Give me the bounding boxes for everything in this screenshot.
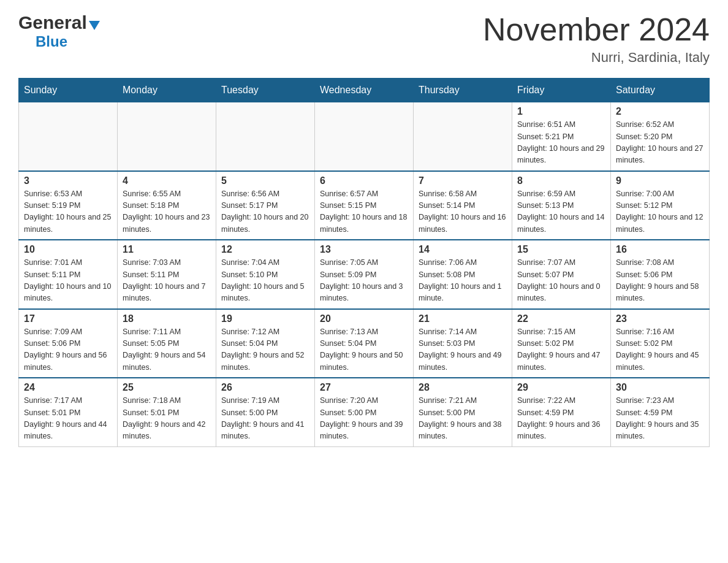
day-number: 17	[24, 313, 112, 324]
logo-row: General	[18, 12, 100, 33]
day-info: Sunrise: 7:11 AMSunset: 5:05 PMDaylight:…	[123, 326, 211, 374]
day-number: 24	[24, 382, 112, 393]
day-info: Sunrise: 7:13 AMSunset: 5:04 PMDaylight:…	[320, 326, 408, 374]
calendar-cell: 7Sunrise: 6:58 AMSunset: 5:14 PMDaylight…	[414, 171, 512, 240]
calendar-cell: 24Sunrise: 7:17 AMSunset: 5:01 PMDayligh…	[19, 378, 118, 446]
day-number: 6	[320, 175, 408, 186]
calendar-cell: 29Sunrise: 7:22 AMSunset: 4:59 PMDayligh…	[512, 378, 611, 446]
day-info: Sunrise: 7:21 AMSunset: 5:00 PMDaylight:…	[419, 395, 507, 443]
title-section: November 2024 Nurri, Sardinia, Italy	[483, 12, 710, 66]
day-number: 28	[419, 382, 507, 393]
day-info: Sunrise: 7:22 AMSunset: 4:59 PMDaylight:…	[517, 395, 605, 443]
day-number: 10	[24, 244, 112, 255]
logo: General Blue	[18, 12, 100, 50]
day-info: Sunrise: 6:53 AMSunset: 5:19 PMDaylight:…	[24, 188, 112, 236]
calendar-cell: 20Sunrise: 7:13 AMSunset: 5:04 PMDayligh…	[315, 309, 414, 378]
day-info: Sunrise: 7:04 AMSunset: 5:10 PMDaylight:…	[221, 257, 309, 305]
day-info: Sunrise: 7:16 AMSunset: 5:02 PMDaylight:…	[616, 326, 704, 374]
calendar-cell: 6Sunrise: 6:57 AMSunset: 5:15 PMDaylight…	[315, 171, 414, 240]
day-number: 14	[419, 244, 507, 255]
day-number: 2	[616, 106, 704, 117]
day-number: 20	[320, 313, 408, 324]
day-info: Sunrise: 7:05 AMSunset: 5:09 PMDaylight:…	[320, 257, 408, 305]
day-number: 30	[616, 382, 704, 393]
day-info: Sunrise: 6:58 AMSunset: 5:14 PMDaylight:…	[419, 188, 507, 236]
page-header: General Blue November 2024 Nurri, Sardin…	[18, 12, 710, 66]
calendar-header-wednesday: Wednesday	[315, 79, 414, 102]
calendar-cell: 23Sunrise: 7:16 AMSunset: 5:02 PMDayligh…	[611, 309, 710, 378]
calendar-cell: 9Sunrise: 7:00 AMSunset: 5:12 PMDaylight…	[611, 171, 710, 240]
day-number: 19	[221, 313, 309, 324]
calendar-header-sunday: Sunday	[19, 79, 118, 102]
calendar-cell: 12Sunrise: 7:04 AMSunset: 5:10 PMDayligh…	[216, 240, 315, 309]
day-number: 27	[320, 382, 408, 393]
calendar-cell: 26Sunrise: 7:19 AMSunset: 5:00 PMDayligh…	[216, 378, 315, 446]
calendar-cell: 2Sunrise: 6:52 AMSunset: 5:20 PMDaylight…	[611, 102, 710, 171]
calendar-cell: 1Sunrise: 6:51 AMSunset: 5:21 PMDaylight…	[512, 102, 611, 171]
calendar-cell: 14Sunrise: 7:06 AMSunset: 5:08 PMDayligh…	[414, 240, 512, 309]
calendar-header-saturday: Saturday	[611, 79, 710, 102]
calendar-header-thursday: Thursday	[414, 79, 512, 102]
day-number: 21	[419, 313, 507, 324]
day-number: 1	[517, 106, 605, 117]
day-info: Sunrise: 7:18 AMSunset: 5:01 PMDaylight:…	[123, 395, 211, 443]
day-info: Sunrise: 6:56 AMSunset: 5:17 PMDaylight:…	[221, 188, 309, 236]
logo-blue-text: Blue	[36, 33, 67, 50]
day-info: Sunrise: 7:12 AMSunset: 5:04 PMDaylight:…	[221, 326, 309, 374]
day-info: Sunrise: 6:59 AMSunset: 5:13 PMDaylight:…	[517, 188, 605, 236]
calendar-cell: 27Sunrise: 7:20 AMSunset: 5:00 PMDayligh…	[315, 378, 414, 446]
day-number: 11	[123, 244, 211, 255]
day-info: Sunrise: 7:00 AMSunset: 5:12 PMDaylight:…	[616, 188, 704, 236]
day-number: 7	[419, 175, 507, 186]
day-info: Sunrise: 7:17 AMSunset: 5:01 PMDaylight:…	[24, 395, 112, 443]
day-number: 13	[320, 244, 408, 255]
calendar-title: November 2024	[483, 12, 710, 47]
day-info: Sunrise: 6:57 AMSunset: 5:15 PMDaylight:…	[320, 188, 408, 236]
calendar-cell: 3Sunrise: 6:53 AMSunset: 5:19 PMDaylight…	[19, 171, 118, 240]
calendar-cell	[118, 102, 216, 171]
logo-triangle-icon	[89, 21, 100, 30]
calendar-cell	[315, 102, 414, 171]
calendar-week-row: 3Sunrise: 6:53 AMSunset: 5:19 PMDaylight…	[19, 171, 710, 240]
day-number: 29	[517, 382, 605, 393]
calendar-cell	[19, 102, 118, 171]
day-info: Sunrise: 6:51 AMSunset: 5:21 PMDaylight:…	[517, 119, 605, 167]
calendar-cell: 8Sunrise: 6:59 AMSunset: 5:13 PMDaylight…	[512, 171, 611, 240]
calendar-cell: 25Sunrise: 7:18 AMSunset: 5:01 PMDayligh…	[118, 378, 216, 446]
calendar-cell: 19Sunrise: 7:12 AMSunset: 5:04 PMDayligh…	[216, 309, 315, 378]
calendar-week-row: 10Sunrise: 7:01 AMSunset: 5:11 PMDayligh…	[19, 240, 710, 309]
day-info: Sunrise: 7:06 AMSunset: 5:08 PMDaylight:…	[419, 257, 507, 305]
day-number: 9	[616, 175, 704, 186]
day-number: 18	[123, 313, 211, 324]
calendar-cell: 10Sunrise: 7:01 AMSunset: 5:11 PMDayligh…	[19, 240, 118, 309]
calendar-cell	[216, 102, 315, 171]
calendar-cell: 13Sunrise: 7:05 AMSunset: 5:09 PMDayligh…	[315, 240, 414, 309]
day-info: Sunrise: 7:15 AMSunset: 5:02 PMDaylight:…	[517, 326, 605, 374]
day-number: 4	[123, 175, 211, 186]
calendar-cell: 21Sunrise: 7:14 AMSunset: 5:03 PMDayligh…	[414, 309, 512, 378]
day-info: Sunrise: 6:55 AMSunset: 5:18 PMDaylight:…	[123, 188, 211, 236]
calendar-cell: 17Sunrise: 7:09 AMSunset: 5:06 PMDayligh…	[19, 309, 118, 378]
calendar-cell: 15Sunrise: 7:07 AMSunset: 5:07 PMDayligh…	[512, 240, 611, 309]
day-info: Sunrise: 6:52 AMSunset: 5:20 PMDaylight:…	[616, 119, 704, 167]
calendar-cell: 30Sunrise: 7:23 AMSunset: 4:59 PMDayligh…	[611, 378, 710, 446]
calendar-week-row: 24Sunrise: 7:17 AMSunset: 5:01 PMDayligh…	[19, 378, 710, 446]
day-number: 8	[517, 175, 605, 186]
calendar-cell: 11Sunrise: 7:03 AMSunset: 5:11 PMDayligh…	[118, 240, 216, 309]
calendar-cell: 22Sunrise: 7:15 AMSunset: 5:02 PMDayligh…	[512, 309, 611, 378]
logo-general-text: General	[18, 12, 87, 33]
calendar-cell: 28Sunrise: 7:21 AMSunset: 5:00 PMDayligh…	[414, 378, 512, 446]
calendar-cell: 5Sunrise: 6:56 AMSunset: 5:17 PMDaylight…	[216, 171, 315, 240]
calendar-week-row: 1Sunrise: 6:51 AMSunset: 5:21 PMDaylight…	[19, 102, 710, 171]
day-number: 26	[221, 382, 309, 393]
day-number: 23	[616, 313, 704, 324]
day-info: Sunrise: 7:20 AMSunset: 5:00 PMDaylight:…	[320, 395, 408, 443]
calendar-header-tuesday: Tuesday	[216, 79, 315, 102]
day-number: 12	[221, 244, 309, 255]
day-number: 15	[517, 244, 605, 255]
day-info: Sunrise: 7:07 AMSunset: 5:07 PMDaylight:…	[517, 257, 605, 305]
day-number: 25	[123, 382, 211, 393]
calendar-cell: 16Sunrise: 7:08 AMSunset: 5:06 PMDayligh…	[611, 240, 710, 309]
day-number: 22	[517, 313, 605, 324]
day-info: Sunrise: 7:01 AMSunset: 5:11 PMDaylight:…	[24, 257, 112, 305]
